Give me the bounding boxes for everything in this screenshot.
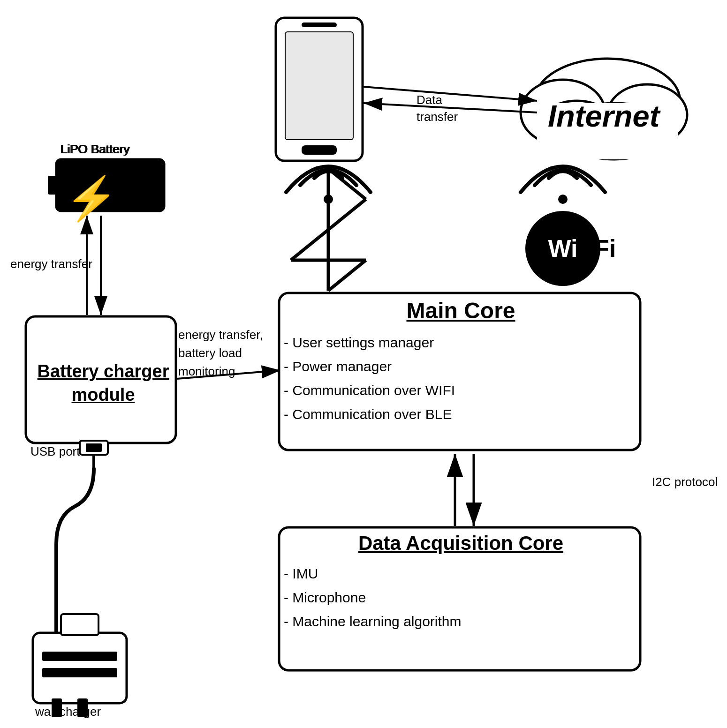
- wall-charger-label: wall charger: [35, 703, 101, 720]
- svg-rect-18: [61, 614, 98, 635]
- data-core-section: Data Acquisition Core - IMU - Microphone…: [284, 532, 638, 633]
- main-core-items: - User settings manager - Power manager …: [284, 330, 638, 426]
- internet-label: Internet: [548, 98, 659, 134]
- data-core-item-2: - Microphone: [284, 585, 638, 609]
- main-core-item-4: - Communication over BLE: [284, 402, 638, 426]
- data-core-items: - IMU - Microphone - Machine learning al…: [284, 562, 638, 633]
- svg-rect-26: [302, 145, 337, 155]
- data-core-item-3: - Machine learning algorithm: [284, 609, 638, 633]
- svg-text:⚡: ⚡: [65, 173, 118, 224]
- lipo-label: LiPO Battery: [60, 141, 129, 158]
- svg-rect-25: [302, 23, 337, 27]
- main-core-item-2: - Power manager: [284, 354, 638, 378]
- energy-transfer-right-label: energy transfer,battery loadmonitoring: [178, 326, 263, 381]
- svg-text:Wi: Wi: [548, 235, 577, 262]
- svg-point-40: [324, 195, 333, 204]
- svg-line-39: [328, 260, 366, 291]
- main-core-title: Main Core: [284, 298, 638, 323]
- battery-charger-module-text: Battery charger module: [30, 360, 176, 406]
- svg-text:Fi: Fi: [594, 235, 616, 262]
- svg-line-36: [328, 169, 366, 199]
- data-core-item-1: - IMU: [284, 562, 638, 585]
- data-core-title: Data Acquisition Core: [284, 532, 638, 555]
- svg-rect-3: [56, 159, 164, 211]
- svg-point-41: [558, 195, 568, 204]
- main-core-item-3: - Communication over WIFI: [284, 378, 638, 402]
- svg-rect-16: [42, 652, 117, 661]
- usb-port-label: USB port: [30, 443, 80, 460]
- energy-transfer-left-label: energy transfer: [10, 255, 92, 272]
- main-core-section: Main Core - User settings manager - Powe…: [284, 298, 638, 426]
- i2c-protocol-label: I2C protocol: [652, 473, 718, 490]
- svg-point-42: [525, 211, 600, 286]
- svg-rect-13: [33, 633, 127, 703]
- svg-rect-4: [48, 176, 58, 195]
- diagram: ⚡: [0, 0, 727, 728]
- svg-rect-24: [285, 32, 353, 140]
- svg-line-37: [291, 199, 366, 260]
- svg-rect-17: [42, 668, 117, 677]
- data-transfer-label: Datatransfer: [417, 91, 458, 126]
- main-core-item-1: - User settings manager: [284, 330, 638, 354]
- svg-rect-23: [276, 18, 363, 161]
